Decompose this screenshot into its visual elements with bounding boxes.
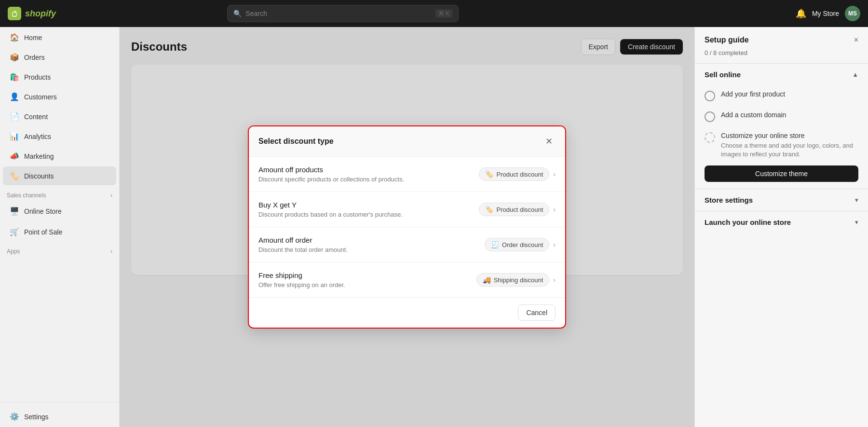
setup-circle-custom-domain [705, 111, 715, 122]
apps-label: Apps [7, 248, 20, 255]
search-shortcut: ⌘ K [435, 9, 452, 18]
badge-label: Product discount [496, 206, 543, 213]
sidebar-item-content[interactable]: 📄 Content [3, 107, 116, 126]
discount-option-right: 🏷️ Product discount › [479, 167, 556, 181]
sidebar-nav-items: 🏠 Home 📦 Orders 🛍️ Products 👤 Customers … [0, 27, 119, 186]
store-settings-section: Store settings ▾ [695, 189, 868, 211]
marketing-icon: 📣 [10, 152, 19, 161]
discount-option-buy-x-get-y[interactable]: Buy X get Y Discount products based on a… [249, 192, 565, 227]
sidebar-item-label: Home [24, 34, 42, 41]
shopify-logo[interactable]: shopify [8, 7, 56, 20]
apps-section: Apps › [0, 242, 119, 257]
sell-online-section-header[interactable]: Sell online ▲ [695, 64, 868, 85]
sidebar-item-label: Analytics [24, 133, 51, 140]
sidebar-item-orders[interactable]: 📦 Orders [3, 48, 116, 67]
discount-option-name: Buy X get Y [258, 201, 403, 209]
apps-chevron-icon[interactable]: › [110, 248, 112, 255]
sidebar: 🏠 Home 📦 Orders 🛍️ Products 👤 Customers … [0, 27, 120, 427]
setup-guide-title: Setup guide [705, 36, 749, 44]
chevron-right-icon: › [553, 206, 556, 213]
shopify-wordmark: shopify [25, 9, 56, 19]
store-settings-title: Store settings [705, 196, 753, 204]
sidebar-bottom: ⚙️ Settings [0, 402, 119, 427]
discount-option-left: Buy X get Y Discount products based on a… [258, 201, 403, 218]
orders-icon: 📦 [10, 53, 19, 62]
cancel-button[interactable]: Cancel [518, 304, 556, 321]
sidebar-item-label: Products [24, 73, 51, 81]
discount-option-free-shipping[interactable]: Free shipping Offer free shipping on an … [249, 262, 565, 297]
discount-option-name: Amount off order [258, 236, 348, 244]
select-discount-type-modal: Select discount type ✕ Amount off produc… [248, 125, 566, 329]
sidebar-item-label: Discounts [24, 172, 54, 180]
modal-title: Select discount type [258, 137, 334, 146]
chevron-right-icon: › [553, 170, 556, 178]
setup-item-custom-domain[interactable]: Add a custom domain [695, 106, 868, 127]
main-layout: 🏠 Home 📦 Orders 🛍️ Products 👤 Customers … [0, 27, 868, 427]
setup-item-label: Customize your online store [721, 132, 858, 139]
order-discount-icon: 🧾 [491, 241, 499, 248]
setup-item-label: Add a custom domain [721, 111, 786, 119]
analytics-icon: 📊 [10, 132, 19, 141]
setup-item-add-product[interactable]: Add your first product [695, 85, 868, 106]
discount-option-desc: Discount the total order amount. [258, 246, 348, 253]
content-area: Discounts Export Create discount Learn m… [120, 27, 694, 427]
launch-section-header[interactable]: Launch your online store ▾ [695, 211, 868, 233]
modal-body: Amount off products Discount specific pr… [249, 157, 565, 297]
sidebar-item-pos[interactable]: 🛒 Point of Sale [3, 222, 116, 241]
setup-circle-customize-store [705, 132, 715, 143]
customers-icon: 👤 [10, 92, 19, 101]
notification-bell-icon[interactable]: 🔔 [796, 8, 806, 19]
sidebar-item-customers[interactable]: 👤 Customers [3, 87, 116, 106]
top-navigation: shopify 🔍 Search ⌘ K 🔔 My Store MS [0, 0, 868, 27]
sidebar-item-products[interactable]: 🛍️ Products [3, 68, 116, 86]
sidebar-item-home[interactable]: 🏠 Home [3, 28, 116, 47]
sidebar-item-discounts[interactable]: 🏷️ Discounts [3, 166, 116, 185]
products-icon: 🛍️ [10, 72, 19, 82]
sidebar-item-settings[interactable]: ⚙️ Settings [3, 407, 116, 426]
sidebar-item-analytics[interactable]: 📊 Analytics [3, 127, 116, 146]
modal-close-button[interactable]: ✕ [542, 135, 556, 148]
discount-option-name: Free shipping [258, 271, 345, 279]
sell-online-title: Sell online [705, 70, 741, 79]
store-avatar[interactable]: MS [845, 6, 860, 21]
sales-channels-chevron-icon[interactable]: › [110, 192, 112, 199]
discount-badge-shipping: 🚚 Shipping discount [476, 273, 550, 287]
sidebar-item-label: Point of Sale [24, 228, 62, 236]
setup-item-customize-store[interactable]: Customize your online store Choose a the… [695, 127, 868, 164]
discount-option-amount-off-products[interactable]: Amount off products Discount specific pr… [249, 157, 565, 192]
launch-section: Launch your online store ▾ [695, 211, 868, 233]
online-store-icon: 🖥️ [10, 207, 19, 216]
store-settings-header[interactable]: Store settings ▾ [695, 189, 868, 211]
panel-header: Setup guide × [695, 27, 868, 49]
panel-close-button[interactable]: × [854, 36, 858, 44]
content-icon: 📄 [10, 112, 19, 121]
sidebar-item-label: Orders [24, 54, 45, 61]
discount-option-right: 🧾 Order discount › [485, 238, 556, 251]
sidebar-item-label: Online Store [24, 207, 62, 215]
home-icon: 🏠 [10, 33, 19, 42]
setup-guide-panel: Setup guide × 0 / 8 completed Sell onlin… [694, 27, 868, 427]
sales-channels-label: Sales channels [7, 192, 46, 199]
setup-progress: 0 / 8 completed [695, 49, 868, 63]
sidebar-item-label: Customers [24, 93, 57, 101]
sidebar-item-label: Marketing [24, 152, 54, 160]
chevron-right-icon: › [553, 241, 556, 248]
customize-theme-button[interactable]: Customize theme [705, 165, 858, 182]
sidebar-item-marketing[interactable]: 📣 Marketing [3, 147, 116, 165]
discount-badge-product: 🏷️ Product discount [479, 167, 549, 181]
modal-footer: Cancel [249, 297, 565, 328]
setup-circle-add-product [705, 91, 715, 101]
setup-item-sub: Choose a theme and add your logo, colors… [721, 141, 858, 159]
sidebar-item-label: Content [24, 113, 48, 121]
discount-badge-product-2: 🏷️ Product discount [479, 203, 549, 216]
search-bar[interactable]: 🔍 Search ⌘ K [227, 5, 459, 22]
discount-option-left: Free shipping Offer free shipping on an … [258, 271, 345, 289]
discount-option-right: 🏷️ Product discount › [479, 203, 556, 216]
badge-label: Shipping discount [494, 276, 543, 284]
sidebar-item-online-store[interactable]: 🖥️ Online Store [3, 202, 116, 220]
search-icon: 🔍 [233, 10, 242, 17]
discount-option-amount-off-order[interactable]: Amount off order Discount the total orde… [249, 227, 565, 262]
search-placeholder: Search [245, 10, 267, 17]
shopify-bag-icon [8, 7, 21, 20]
discount-option-desc: Offer free shipping on an order. [258, 281, 345, 289]
